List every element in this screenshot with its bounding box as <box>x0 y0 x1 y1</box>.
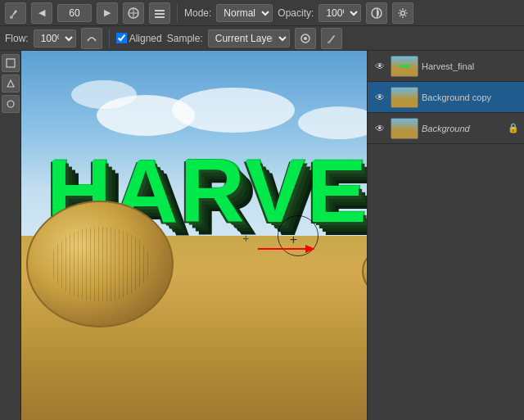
flow-icon[interactable] <box>81 28 102 49</box>
svg-rect-10 <box>7 59 15 67</box>
layer-eye-background[interactable]: 👁 <box>373 121 387 136</box>
layer-name-harvest-final: Harvest_final <box>422 61 519 71</box>
top-toolbar: ◀ 60 ▶ Mode: Normal Opacity: 100% <box>0 0 524 26</box>
layer-item-harvest-final[interactable]: 👁 HARV Harvest_final <box>368 51 524 82</box>
mode-label: Mode: <box>184 7 211 19</box>
brush-size-input[interactable]: 60 <box>57 4 92 22</box>
layer-eye-harvest-final[interactable]: 👁 <box>373 59 387 74</box>
hay-bale-left <box>26 201 174 327</box>
layer-eye-background-copy[interactable]: 👁 <box>373 90 387 105</box>
separator-1 <box>177 4 178 22</box>
left-tool-2[interactable] <box>2 75 20 93</box>
layer-thumb-background <box>391 118 418 139</box>
svg-rect-2 <box>155 10 165 11</box>
svg-point-11 <box>7 101 14 107</box>
layer-thumb-harvest-final: HARV <box>391 56 418 77</box>
main-area: HARVEST + <box>0 51 524 420</box>
sample-select[interactable]: Current Layer <box>208 29 290 47</box>
flow-select[interactable]: 100% <box>34 29 76 47</box>
svg-point-8 <box>304 37 307 40</box>
brush-second-icon[interactable] <box>321 28 342 49</box>
brush-arrow-left-icon[interactable]: ◀ <box>31 2 52 24</box>
svg-point-0 <box>10 16 13 19</box>
layer-thumb-background-copy <box>391 87 418 108</box>
left-tool-3[interactable] <box>2 95 20 113</box>
flow-label: Flow: <box>5 33 29 44</box>
mode-select[interactable]: Normal <box>216 4 273 22</box>
sample-label: Sample: <box>167 33 203 44</box>
brush-settings-icon[interactable] <box>149 2 170 24</box>
svg-point-9 <box>328 41 330 43</box>
layers-panel: 👁 HARV Harvest_final 👁 Background copy 👁 <box>367 51 524 420</box>
layer-lock-icon: 🔒 <box>508 123 519 133</box>
brush-mode-icon[interactable] <box>123 2 144 24</box>
sample-icon[interactable] <box>295 28 316 49</box>
separator-2 <box>109 29 110 47</box>
source-crosshair: + <box>242 232 249 245</box>
opacity-icon[interactable] <box>366 2 387 24</box>
left-tool-panel <box>0 51 21 420</box>
aligned-checkbox[interactable] <box>116 33 127 43</box>
layer-item-background[interactable]: 👁 Background 🔒 <box>368 113 524 144</box>
brush-tool-icon[interactable] <box>5 2 26 24</box>
second-toolbar: Flow: 100% Aligned Sample: Current Layer <box>0 26 524 51</box>
svg-rect-3 <box>155 13 165 15</box>
cloud-3 <box>172 88 295 133</box>
layer-name-background: Background <box>422 124 504 133</box>
svg-rect-4 <box>155 16 165 18</box>
settings-gear-icon[interactable] <box>392 2 413 24</box>
opacity-label: Opacity: <box>278 7 314 19</box>
svg-point-6 <box>401 11 405 15</box>
aligned-label[interactable]: Aligned <box>129 33 162 44</box>
layer-item-background-copy[interactable]: 👁 Background copy <box>368 82 524 113</box>
left-tool-1[interactable] <box>2 54 20 72</box>
layer-name-background-copy: Background copy <box>422 93 519 102</box>
opacity-select[interactable]: 100% <box>318 4 361 22</box>
aligned-container: Aligned <box>116 33 162 44</box>
svg-marker-13 <box>305 245 315 253</box>
canvas-area[interactable]: HARVEST + <box>21 51 524 420</box>
red-arrow <box>258 239 315 262</box>
brush-arrow-right-icon[interactable]: ▶ <box>97 2 118 24</box>
